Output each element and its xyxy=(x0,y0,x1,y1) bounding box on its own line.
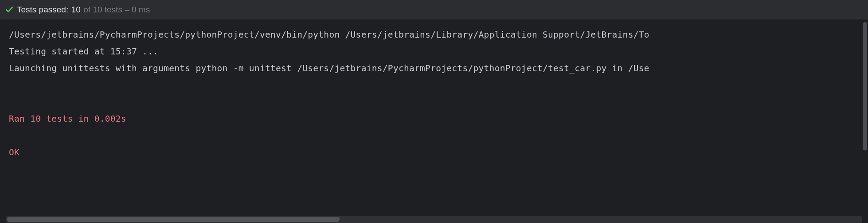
tests-passed-count: 10 xyxy=(71,5,81,14)
console-line: Testing started at 15:37 ... xyxy=(9,46,158,57)
check-icon xyxy=(5,6,13,14)
console-output[interactable]: /Users/jetbrains/PycharmProjects/pythonP… xyxy=(0,19,868,223)
tests-passed-label: Tests passed: xyxy=(17,5,68,14)
test-status-header: Tests passed: 10 of 10 tests – 0 ms xyxy=(0,0,868,19)
console-line-ran: Ran 10 tests in 0.002s xyxy=(9,114,126,124)
console-wrapper: /Users/jetbrains/PycharmProjects/pythonP… xyxy=(0,19,868,223)
horizontal-scrollbar-thumb[interactable] xyxy=(7,217,340,222)
vertical-scrollbar-thumb[interactable] xyxy=(863,22,867,150)
console-line-ok: OK xyxy=(9,147,20,158)
console-line: /Users/jetbrains/PycharmProjects/pythonP… xyxy=(9,30,649,40)
tests-total-suffix: of 10 tests – 0 ms xyxy=(83,5,150,14)
console-line: Launching unittests with arguments pytho… xyxy=(9,63,649,73)
